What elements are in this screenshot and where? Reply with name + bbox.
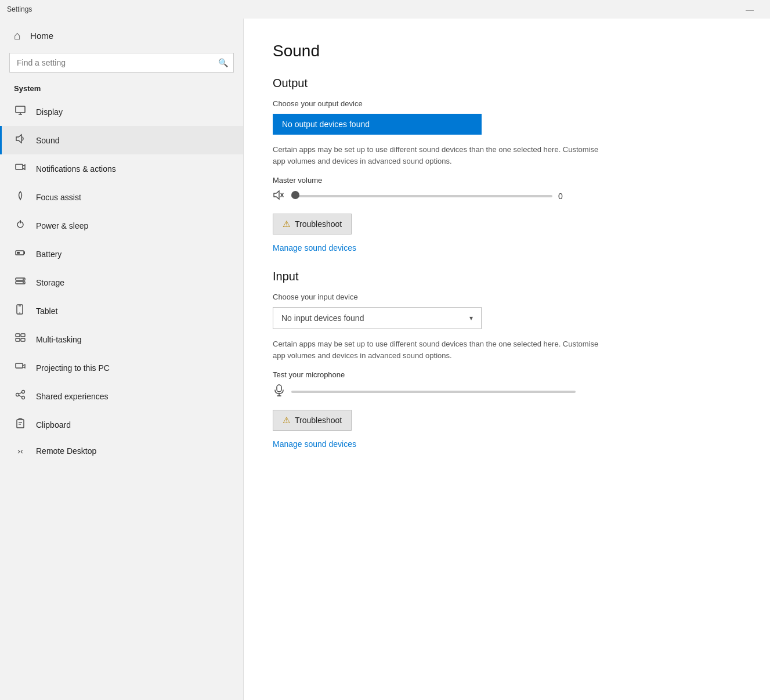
search-icon: 🔍 [218,58,228,67]
output-manage-link[interactable]: Manage sound devices [273,243,356,252]
sidebar-section-label: System [0,82,243,98]
svg-point-24 [22,396,25,399]
svg-rect-9 [17,252,20,254]
notifications-icon [14,161,27,176]
svg-point-23 [22,391,25,394]
shared-icon [14,389,27,403]
sound-icon [14,133,27,147]
volume-value: 0 [558,192,570,201]
output-device-text: No output devices found [282,120,370,129]
volume-mute-icon [273,189,285,203]
output-info-text: Certain apps may be set up to use differ… [273,144,603,167]
sidebar-item-storage-label: Storage [36,278,64,287]
sidebar-item-notifications-label: Notifications & actions [36,164,116,174]
battery-icon [14,247,27,261]
sidebar-home[interactable]: ⌂ Home [0,19,243,53]
search-box-container: 🔍 [9,53,234,73]
sidebar-item-tablet-label: Tablet [36,306,57,316]
main-content: Sound Output Choose your output device N… [244,19,770,700]
sidebar-item-projecting-label: Projecting to this PC [36,363,110,373]
svg-line-25 [19,392,22,394]
clipboard-icon [14,417,27,432]
sidebar-item-power[interactable]: Power & sleep [0,211,243,240]
app-container: ⌂ Home 🔍 System Display Sound [0,19,770,700]
svg-line-26 [19,395,22,397]
multitasking-icon [14,332,27,347]
remote-icon: ›‹ [14,446,27,456]
input-device-text: No input devices found [281,313,364,323]
sidebar-item-tablet[interactable]: Tablet [0,297,243,325]
sidebar-item-clipboard[interactable]: Clipboard [0,410,243,439]
svg-rect-18 [21,334,25,337]
storage-icon [14,275,27,290]
mic-label: Test your microphone [273,370,741,379]
sidebar-item-battery[interactable]: Battery [0,240,243,268]
svg-rect-4 [16,164,23,169]
sidebar-item-power-label: Power & sleep [36,221,88,230]
display-icon [14,104,27,119]
output-device-dropdown[interactable]: No output devices found [273,114,482,135]
output-troubleshoot-label: Troubleshoot [295,219,342,229]
focus-icon [14,190,27,204]
output-warn-icon: ⚠ [283,219,290,229]
svg-rect-19 [16,338,20,341]
sidebar-item-remote-label: Remote Desktop [36,446,96,456]
sidebar-item-battery-label: Battery [36,250,62,259]
svg-marker-3 [16,135,21,143]
svg-rect-21 [16,363,23,368]
svg-rect-17 [16,334,20,337]
input-troubleshoot-button[interactable]: ⚠ Troubleshoot [273,410,352,431]
tablet-icon [14,304,27,318]
sidebar-item-clipboard-label: Clipboard [36,420,71,430]
svg-point-12 [23,279,24,280]
sidebar-item-storage[interactable]: Storage [0,268,243,297]
input-info-text: Certain apps may be set up to use differ… [273,338,603,361]
home-icon: ⌂ [14,29,21,42]
window-controls: — [736,0,763,19]
titlebar: Settings — [0,0,770,19]
mic-level-bar [291,391,576,393]
svg-rect-0 [16,106,25,113]
page-title: Sound [273,42,741,60]
output-troubleshoot-button[interactable]: ⚠ Troubleshoot [273,214,352,234]
svg-marker-30 [274,191,279,199]
sidebar-item-display-label: Display [36,107,63,117]
minimize-button[interactable]: — [736,0,763,19]
output-choose-label: Choose your output device [273,99,741,108]
svg-point-13 [23,282,24,283]
sidebar-item-shared-label: Shared experiences [36,392,109,401]
volume-slider[interactable] [291,195,552,197]
input-choose-label: Choose your input device [273,293,741,301]
sidebar-item-projecting[interactable]: Projecting to this PC [0,353,243,382]
app-title: Settings [7,5,32,13]
sidebar-item-shared[interactable]: Shared experiences [0,382,243,410]
svg-point-22 [16,394,19,396]
input-manage-link[interactable]: Manage sound devices [273,439,356,449]
sidebar-item-display[interactable]: Display [0,98,243,126]
input-section-title: Input [273,270,741,283]
svg-point-15 [19,312,20,313]
svg-rect-20 [21,338,25,341]
sidebar-item-notifications[interactable]: Notifications & actions [0,154,243,183]
input-troubleshoot-label: Troubleshoot [295,416,342,425]
chevron-down-icon: ▾ [469,314,473,322]
sidebar-item-focus-label: Focus assist [36,193,81,202]
projecting-icon [14,360,27,375]
sidebar-item-sound-label: Sound [36,136,59,145]
sidebar-home-label: Home [30,31,53,41]
svg-rect-27 [17,420,24,428]
volume-label: Master volume [273,176,741,185]
mic-row [273,384,741,399]
output-section-title: Output [273,77,741,90]
sidebar-item-multitasking[interactable]: Multi-tasking [0,325,243,353]
sidebar-item-multitasking-label: Multi-tasking [36,335,82,344]
sidebar: ⌂ Home 🔍 System Display Sound [0,19,244,700]
volume-row: 0 [273,189,741,203]
sidebar-item-remote[interactable]: ›‹ Remote Desktop [0,439,243,463]
search-input[interactable] [9,53,234,73]
sidebar-item-sound[interactable]: Sound [0,126,243,154]
input-device-dropdown[interactable]: No input devices found ▾ [273,307,482,329]
power-icon [14,218,27,233]
input-warn-icon: ⚠ [283,415,290,425]
sidebar-item-focus[interactable]: Focus assist [0,183,243,211]
